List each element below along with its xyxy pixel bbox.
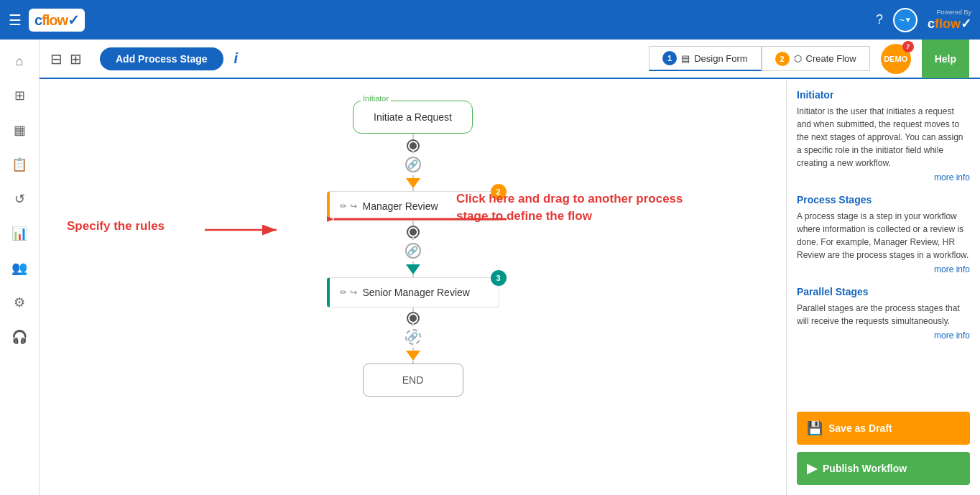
info-section-initiator: Initiator Initiator is the user that ini…	[797, 89, 970, 182]
connector-dot-2[interactable]	[408, 227, 418, 237]
publish-workflow-button[interactable]: ▶ Publish Workflow	[797, 452, 970, 485]
sidebar-item-grid[interactable]: ⊞	[5, 81, 34, 110]
connector-line-9	[412, 307, 414, 313]
stage-badge-3: 3	[491, 270, 507, 286]
publish-label: Publish Workflow	[823, 463, 907, 474]
tab-num-2: 2	[775, 52, 790, 66]
canvas: Initiator Initiate a Request 🔗 2	[40, 79, 786, 495]
initiator-node[interactable]: Initiator Initiate a Request	[353, 101, 473, 134]
end-label: END	[402, 374, 424, 386]
edit-icon-1[interactable]: ✏	[340, 201, 347, 211]
sidebar-item-headset[interactable]: 🎧	[5, 323, 34, 351]
sidebar-item-chart[interactable]: 📊	[5, 219, 34, 248]
navbar: ☰ cflow✓ ? ~ ▼ Powered By cflow✓	[0, 0, 980, 40]
tab-design-form-label: Design Form	[694, 53, 747, 64]
manager-review-label: Manager Review	[363, 200, 489, 212]
arrow-down-1	[406, 178, 420, 188]
more-info-initiator[interactable]: more info	[797, 172, 970, 182]
help-button[interactable]: Help	[922, 40, 969, 78]
step-tabs: 1 ▤ Design Form 2 ⬡ Create Flow	[649, 46, 870, 71]
info-section-parallel-stages: Parallel Stages Parallel stages are the …	[797, 286, 970, 341]
node-icons-1: ✏ ↪	[340, 201, 357, 211]
connector-line-1	[412, 134, 414, 141]
initiator-label: Initiator	[361, 94, 391, 103]
add-stage-button[interactable]: Add Process Stage	[100, 47, 223, 70]
connector-dot-3[interactable]	[408, 313, 418, 323]
senior-manager-node[interactable]: ✏ ↪ Senior Manager Review	[327, 277, 499, 307]
save-draft-button[interactable]: 💾 Save as Draft	[797, 412, 970, 445]
tree-view-icon[interactable]: ⊞	[70, 50, 82, 68]
connector-line-10	[412, 323, 414, 326]
connector-line-5	[412, 221, 414, 227]
info-text-process-stages: A process stage is a step in your workfl…	[797, 210, 970, 262]
demo-button[interactable]: DEMO 7	[881, 44, 911, 74]
senior-manager-label: Senior Manager Review	[363, 287, 489, 298]
connector-link-3[interactable]: 🔗	[405, 329, 421, 345]
publish-icon: ▶	[807, 461, 817, 476]
toolbar-icons: ⊟ ⊞	[50, 50, 82, 68]
tab-create-flow-icon: ⬡	[794, 53, 802, 64]
brand-name: cflow✓	[928, 16, 971, 32]
grid-view-icon[interactable]: ⊟	[50, 50, 63, 68]
hamburger-menu[interactable]: ☰	[9, 11, 22, 29]
logo: cflow✓	[29, 9, 85, 32]
demo-label: DEMO	[884, 55, 907, 63]
flow-diagram: Initiator Initiate a Request 🔗 2	[54, 93, 772, 404]
edit-icon-2[interactable]: ✏	[340, 287, 347, 297]
sidebar-item-history[interactable]: ↺	[5, 185, 34, 213]
tab-create-flow-label: Create Flow	[806, 53, 856, 64]
arrow-down-3	[406, 351, 420, 361]
tab-design-form[interactable]: 1 ▤ Design Form	[649, 46, 761, 71]
canvas-area: Initiator Initiate a Request 🔗 2	[40, 79, 980, 495]
navbar-left: ☰ cflow✓	[9, 9, 85, 32]
user-avatar[interactable]: ~ ▼	[893, 8, 917, 32]
main-content: ⊟ ⊞ Add Process Stage i 1 ▤ Design Form …	[40, 40, 980, 495]
stage-badge-2: 2	[491, 184, 507, 200]
end-node: END	[363, 364, 463, 397]
powered-by-text: Powered By	[936, 9, 971, 16]
app-body: ⌂ ⊞ ▦ 📋 ↺ 📊 👥 ⚙ 🎧 ⊟ ⊞ Add Process Stage …	[0, 40, 980, 495]
tab-design-form-icon: ▤	[681, 53, 690, 64]
manager-review-wrap: 2 ✏ ↪ Manager Review	[327, 191, 499, 221]
sidebar-item-calendar[interactable]: ▦	[5, 116, 34, 144]
connector-link-2[interactable]: 🔗	[405, 243, 421, 259]
connector-link-1[interactable]: 🔗	[405, 157, 421, 172]
sidebar-item-team[interactable]: 👥	[5, 254, 34, 282]
tab-num-1: 1	[662, 51, 677, 65]
info-section-process-stages: Process Stages A process stage is a step…	[797, 194, 970, 274]
info-text-parallel-stages: Parallel stages are the process stages t…	[797, 302, 970, 328]
sidebar: ⌂ ⊞ ▦ 📋 ↺ 📊 👥 ⚙ 🎧	[0, 40, 40, 495]
more-info-parallel-stages[interactable]: more info	[797, 330, 970, 341]
save-draft-label: Save as Draft	[828, 422, 892, 434]
help-icon[interactable]: ?	[876, 12, 883, 27]
info-icon[interactable]: i	[234, 50, 239, 67]
more-info-process-stages[interactable]: more info	[797, 264, 970, 274]
navbar-right: ? ~ ▼ Powered By cflow✓	[876, 8, 971, 32]
move-icon-1[interactable]: ↪	[350, 201, 357, 211]
info-text-initiator: Initiator is the user that initiates a r…	[797, 105, 970, 170]
sidebar-item-home[interactable]: ⌂	[5, 47, 34, 75]
sidebar-item-reports[interactable]: 📋	[5, 150, 34, 179]
tab-create-flow[interactable]: 2 ⬡ Create Flow	[762, 46, 870, 71]
info-title-parallel-stages: Parallel Stages	[797, 286, 970, 297]
connector-line-6	[412, 237, 414, 240]
avatar-initials: ~	[899, 14, 905, 25]
connector-line-2	[412, 151, 414, 154]
info-panel: Initiator Initiator is the user that ini…	[786, 79, 980, 495]
arrow-down-2	[406, 264, 420, 274]
save-draft-icon: 💾	[807, 420, 823, 436]
initiator-node-title: Initiate a Request	[374, 111, 452, 123]
panel-actions: 💾 Save as Draft ▶ Publish Workflow	[797, 412, 970, 485]
move-icon-2[interactable]: ↪	[350, 287, 357, 297]
senior-manager-wrap: 3 ✏ ↪ Senior Manager Review	[327, 277, 499, 307]
toolbar: ⊟ ⊞ Add Process Stage i 1 ▤ Design Form …	[40, 40, 980, 79]
node-icons-2: ✏ ↪	[340, 287, 357, 297]
info-title-process-stages: Process Stages	[797, 194, 970, 205]
connector-dot-1[interactable]	[408, 141, 418, 151]
manager-review-node[interactable]: ✏ ↪ Manager Review	[327, 191, 499, 221]
info-title-initiator: Initiator	[797, 89, 970, 101]
sidebar-item-settings[interactable]: ⚙	[5, 288, 34, 317]
brand-logo-area: Powered By cflow✓	[928, 9, 971, 32]
demo-badge: 7	[902, 41, 914, 52]
